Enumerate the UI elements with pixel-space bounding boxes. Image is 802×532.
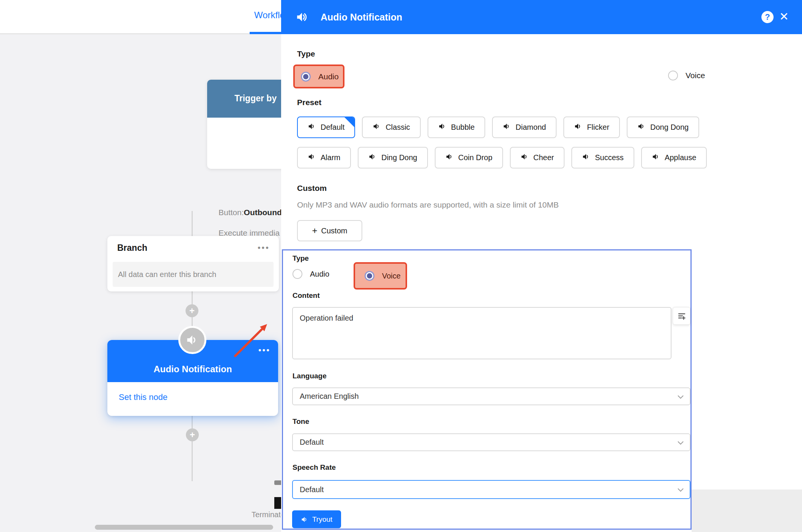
- speaker-icon: [637, 122, 646, 132]
- horizontal-scrollbar[interactable]: [95, 525, 273, 530]
- language-select[interactable]: American English: [292, 387, 690, 405]
- preset-button[interactable]: Alarm: [297, 147, 351, 168]
- preset-button-label: Classic: [385, 123, 410, 132]
- speaker-icon: [308, 153, 316, 163]
- voice-type-option-audio[interactable]: Audio: [292, 269, 329, 279]
- speaker-icon: [445, 153, 454, 163]
- help-icon[interactable]: ?: [761, 11, 774, 23]
- close-icon[interactable]: ✕: [779, 10, 789, 24]
- preset-button-label: Ding Dong: [381, 153, 417, 162]
- speaker-icon: [652, 153, 660, 163]
- drawer-header: Audio Notification ? ✕: [281, 0, 802, 34]
- add-node-button[interactable]: +: [186, 304, 198, 317]
- preset-button[interactable]: Diamond: [492, 116, 557, 138]
- preset-button[interactable]: Default: [297, 116, 355, 138]
- plus-icon: +: [312, 225, 318, 236]
- language-value: American English: [300, 392, 359, 401]
- voice-type-option-voice[interactable]: Voice: [354, 262, 407, 290]
- preset-button-label: Cheer: [533, 153, 554, 162]
- selected-corner-icon: [344, 117, 354, 127]
- preset-button-label: Diamond: [516, 123, 546, 132]
- branch-condition-box[interactable]: All data can enter this branch: [113, 262, 274, 287]
- radio-unselected-icon[interactable]: [292, 269, 302, 279]
- speech-rate-value: Default: [300, 485, 324, 494]
- terminate-node-label: Terminate: [252, 510, 285, 519]
- tone-label: Tone: [292, 417, 309, 426]
- set-this-node-link[interactable]: Set this node: [119, 392, 167, 402]
- custom-hint: Only MP3 and WAV audio formats are suppo…: [297, 200, 559, 209]
- preset-button[interactable]: Success: [571, 147, 634, 168]
- drawer-title: Audio Notification: [321, 0, 402, 34]
- preset-button-label: Dong Dong: [650, 123, 689, 132]
- add-node-button[interactable]: +: [186, 428, 199, 441]
- voice-settings-panel: Type Audio Voice Content Operation faile…: [282, 249, 692, 530]
- chevron-down-icon: [678, 438, 684, 447]
- preset-button[interactable]: Cheer: [510, 147, 565, 168]
- speech-rate-label: Speech Rate: [292, 463, 336, 472]
- speech-rate-select[interactable]: Default: [292, 480, 690, 499]
- voice-type-option-audio-label: Audio: [310, 270, 329, 279]
- speaker-icon: [178, 326, 206, 354]
- preset-button[interactable]: Bubble: [428, 116, 485, 138]
- chevron-down-icon: [678, 392, 684, 401]
- preset-button-label: Flicker: [587, 123, 609, 132]
- speaker-icon: [308, 122, 316, 132]
- tryout-button[interactable]: Tryout: [292, 510, 341, 528]
- preset-button[interactable]: Classic: [362, 116, 420, 138]
- audio-node-header: ••• Audio Notification: [107, 340, 278, 382]
- tone-value: Default: [300, 438, 324, 447]
- connector-line: [192, 416, 193, 481]
- preset-button[interactable]: Coin Drop: [435, 147, 503, 168]
- speaker-icon: [438, 122, 447, 132]
- voice-type-label: Type: [292, 254, 309, 263]
- preset-button[interactable]: Applause: [641, 147, 707, 168]
- custom-label: Custom: [297, 184, 327, 193]
- speaker-icon: [301, 516, 308, 523]
- audio-notification-node[interactable]: ••• Audio Notification Set this node: [107, 340, 278, 416]
- speaker-icon: [296, 11, 308, 25]
- preset-row: Alarm Ding Dong Coin Drop Cheer Success …: [297, 147, 707, 168]
- speaker-icon: [368, 153, 377, 163]
- preset-button-label: Success: [595, 153, 624, 162]
- ellipsis-icon[interactable]: •••: [258, 246, 270, 250]
- preset-button[interactable]: Flicker: [563, 116, 620, 138]
- drawer-footer: [692, 490, 802, 532]
- type-option-voice-label: Voice: [686, 71, 705, 80]
- speaker-icon: [521, 153, 529, 163]
- voice-type-option-voice-label: Voice: [382, 272, 401, 280]
- branch-node[interactable]: Branch ••• All data can enter this branc…: [107, 236, 279, 291]
- tone-select[interactable]: Default: [292, 433, 690, 451]
- radio-selected-icon[interactable]: [301, 72, 311, 82]
- speaker-icon: [373, 122, 381, 132]
- ellipsis-icon[interactable]: •••: [258, 348, 270, 352]
- insert-variable-icon[interactable]: [673, 307, 690, 325]
- connector-line: [192, 211, 193, 236]
- preset-button-label: Coin Drop: [458, 153, 492, 162]
- radio-unselected-icon[interactable]: [668, 71, 678, 80]
- preset-button[interactable]: Ding Dong: [358, 147, 428, 168]
- content-textarea[interactable]: Operation failed: [292, 307, 671, 359]
- content-label: Content: [292, 291, 320, 300]
- trigger-line1-value: Outbound: [244, 208, 282, 217]
- type-option-audio-label: Audio: [318, 72, 339, 81]
- type-option-voice[interactable]: Voice: [668, 71, 705, 80]
- type-option-audio[interactable]: Audio: [293, 65, 344, 88]
- chevron-down-icon: [678, 485, 684, 494]
- trigger-node-title: Trigger by: [234, 93, 277, 104]
- preset-row: Default Classic Bubble Diamond Flicker D…: [297, 116, 699, 138]
- branch-node-title: Branch: [117, 243, 147, 253]
- language-label: Language: [292, 372, 327, 380]
- preset-button[interactable]: Dong Dong: [627, 116, 699, 138]
- preset-label: Preset: [297, 98, 321, 107]
- audio-node-title: Audio Notification: [107, 364, 278, 375]
- preset-button-label: Alarm: [321, 153, 340, 162]
- radio-selected-icon[interactable]: [365, 271, 374, 281]
- trigger-line1-prefix: Button:: [219, 208, 244, 217]
- add-custom-button-label: Custom: [321, 227, 348, 235]
- add-custom-button[interactable]: + Custom: [297, 220, 362, 241]
- preset-button-label: Bubble: [451, 123, 475, 132]
- type-label: Type: [297, 49, 315, 58]
- speaker-icon: [582, 153, 590, 163]
- tryout-button-label: Tryout: [312, 515, 332, 524]
- speaker-icon: [503, 122, 511, 132]
